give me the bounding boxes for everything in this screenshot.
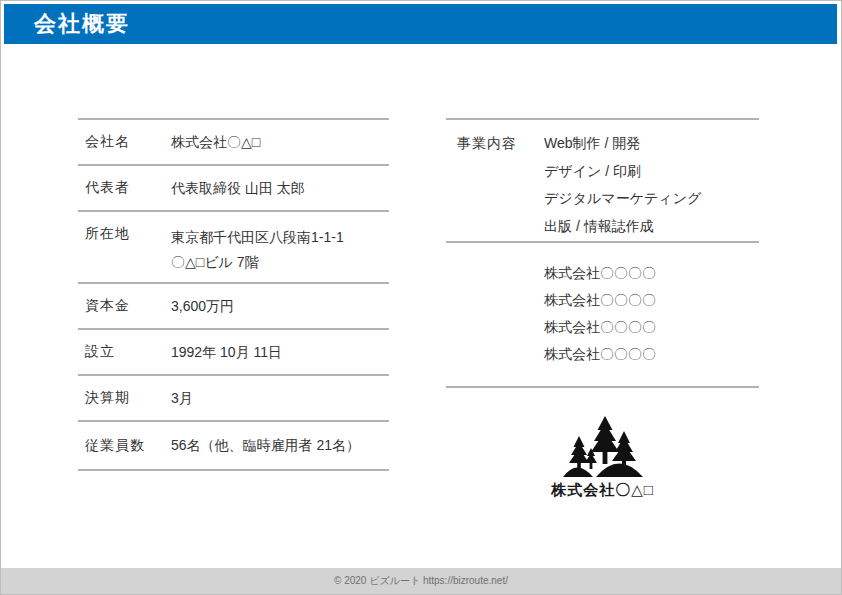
row-value: 56名（他、臨時雇用者 21名）	[171, 437, 360, 453]
row-value: 代表取締役 山田 太郎	[171, 180, 305, 196]
group-company: 株式会社〇〇〇〇	[544, 314, 759, 341]
business-item: デジタルマーケティング	[544, 185, 701, 213]
row-value: 株式会社〇△□	[171, 134, 260, 150]
company-overview-page: 会社概要 会社名 株式会社〇△□ 代表者 代表取締役 山田 太郎 所在地 東京都…	[0, 0, 842, 595]
group-companies-list: 株式会社〇〇〇〇 株式会社〇〇〇〇 株式会社〇〇〇〇 株式会社〇〇〇〇	[446, 243, 759, 388]
business-item: 出版 / 情報誌作成	[544, 213, 701, 241]
table-row-founded: 設立 1992年 10月 11日	[78, 330, 389, 376]
group-company: 株式会社〇〇〇〇	[544, 341, 759, 368]
table-row-employees: 従業員数 56名（他、臨時雇用者 21名）	[78, 422, 389, 471]
row-label: 資本金	[78, 297, 171, 315]
row-value: 1992年 10月 11日	[171, 344, 282, 360]
pine-trees-icon	[562, 415, 644, 477]
page-header: 会社概要	[4, 4, 837, 44]
business-description-row: 事業内容 Web制作 / 開発 デザイン / 印刷 デジタルマーケティング 出版…	[446, 120, 759, 243]
business-item: デザイン / 印刷	[544, 158, 701, 186]
row-label: 従業員数	[78, 437, 171, 455]
row-value: 3,600万円	[171, 298, 234, 314]
row-label: 決算期	[78, 389, 171, 407]
page-title: 会社概要	[4, 9, 130, 39]
company-info-table: 会社名 株式会社〇△□ 代表者 代表取締役 山田 太郎 所在地 東京都千代田区八…	[78, 118, 389, 471]
table-row-address: 所在地 東京都千代田区八段南1-1-1 〇△□ビル 7階	[78, 212, 389, 284]
business-items: Web制作 / 開発 デザイン / 印刷 デジタルマーケティング 出版 / 情報…	[544, 130, 701, 241]
table-row-company-name: 会社名 株式会社〇△□	[78, 120, 389, 166]
row-label: 代表者	[78, 179, 171, 197]
business-column: 事業内容 Web制作 / 開発 デザイン / 印刷 デジタルマーケティング 出版…	[446, 118, 759, 388]
group-company: 株式会社〇〇〇〇	[544, 260, 759, 287]
row-label: 会社名	[78, 133, 171, 151]
table-row-representative: 代表者 代表取締役 山田 太郎	[78, 166, 389, 212]
copyright-text: © 2020 ビズルート https://bizroute.net/	[334, 574, 508, 588]
row-value: 3月	[171, 390, 193, 406]
business-item: Web制作 / 開発	[544, 130, 701, 158]
row-label: 所在地	[78, 225, 171, 243]
group-company: 株式会社〇〇〇〇	[544, 287, 759, 314]
row-value-line: 東京都千代田区八段南1-1-1	[171, 225, 389, 250]
table-row-capital: 資本金 3,600万円	[78, 284, 389, 330]
row-label: 設立	[78, 343, 171, 361]
logo-company-name: 株式会社〇△□	[446, 481, 759, 500]
company-logo: 株式会社〇△□	[446, 415, 759, 500]
page-footer: © 2020 ビズルート https://bizroute.net/	[1, 568, 841, 594]
table-row-fiscal-term: 決算期 3月	[78, 376, 389, 422]
row-value-line: 〇△□ビル 7階	[171, 250, 389, 275]
row-label: 事業内容	[446, 130, 544, 241]
